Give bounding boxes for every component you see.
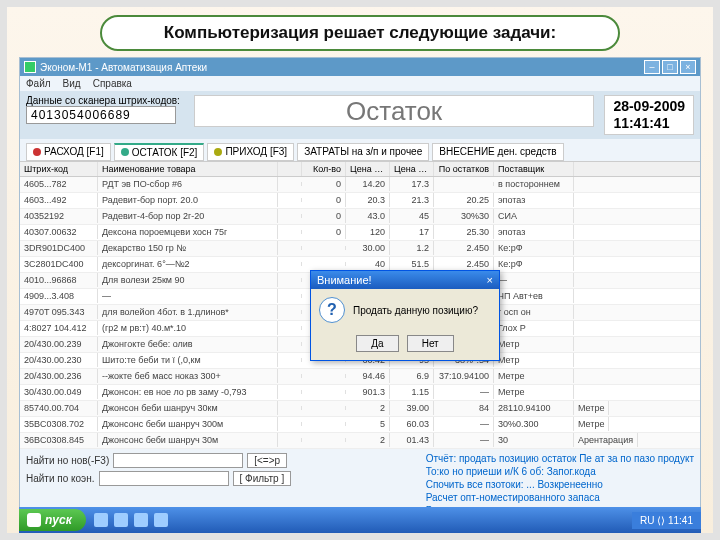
taskbar-icon[interactable]: [114, 513, 128, 527]
menu-item[interactable]: Справка: [93, 78, 132, 89]
menu-item[interactable]: Вид: [63, 78, 81, 89]
app-icon: [24, 61, 36, 73]
tab-dot-icon: [214, 148, 222, 156]
tab[interactable]: РАСХОД [F1]: [26, 143, 111, 161]
barcode-input[interactable]: 4013054006689: [26, 106, 176, 124]
filter-input[interactable]: [113, 453, 243, 468]
close-button[interactable]: ×: [680, 60, 696, 74]
no-button[interactable]: Нет: [407, 335, 454, 352]
column-header[interactable]: Кол-во: [302, 162, 346, 176]
taskbar: пуск RU ⟨⟩ 11:41: [19, 507, 701, 533]
column-header[interactable]: Цена пот.: [346, 162, 390, 176]
column-header[interactable]: Поставщик: [494, 162, 574, 176]
dialog-close-button[interactable]: ×: [487, 274, 493, 286]
tab[interactable]: ОСТАТОК [F2]: [114, 143, 205, 161]
table-row[interactable]: 4605...782РДТ эв ПО-сбор #6014.2017.3в п…: [20, 177, 700, 193]
action-link[interactable]: Расчет опт-номестированного запаса: [426, 492, 694, 503]
datetime-display: 28-09-2009 11:41:41: [604, 95, 694, 135]
table-row[interactable]: 3DR901DC400Декарство 150 гр №30.001.22.4…: [20, 241, 700, 257]
table-row[interactable]: 35BC0308.702Джонсонс беби шанруч 300м560…: [20, 417, 700, 433]
tab[interactable]: ВНЕСЕНИЕ ден. средств: [432, 143, 563, 161]
taskbar-icon[interactable]: [154, 513, 168, 527]
tab-dot-icon: [121, 148, 129, 156]
maximize-button[interactable]: □: [662, 60, 678, 74]
page-title: Компьютеризация решает следующие задачи:: [164, 23, 556, 42]
taskbar-icon[interactable]: [94, 513, 108, 527]
action-link[interactable]: Отчёт: продать позицию остаток Пе ат за …: [426, 453, 694, 464]
table-row[interactable]: 30/430.00.049Джонсон: ев ное ло рв заму …: [20, 385, 700, 401]
table-row[interactable]: 36BC0308.845Джонсонс беби шанруч 30м201.…: [20, 433, 700, 449]
question-icon: ?: [319, 297, 345, 323]
tab-dot-icon: [33, 148, 41, 156]
table-row[interactable]: 4603...492Радевит-бор порт. 20.0020.321.…: [20, 193, 700, 209]
tab[interactable]: ЗАТРАТЫ на з/п и прочее: [297, 143, 429, 161]
filter-label: Найти но нов(-F3): [26, 455, 109, 466]
menubar: Файл Вид Справка: [20, 76, 700, 91]
table-row[interactable]: 20/430.00.236--жокте беб масс ноказ 300+…: [20, 369, 700, 385]
tab[interactable]: ПРИХОД [F3]: [207, 143, 294, 161]
column-header[interactable]: Наименование товара: [98, 162, 278, 176]
scan-label: Данные со сканера штрих-кодов:: [26, 95, 180, 106]
action-link[interactable]: То:ко но приеши и/К 6 об: Запог.кода: [426, 466, 694, 477]
action-link[interactable]: Спочить все пзотоки: ... Возкренеенно: [426, 479, 694, 490]
table-row[interactable]: 85740.00.704Джонсон беби шанруч 30км239.…: [20, 401, 700, 417]
filter-input[interactable]: [99, 471, 229, 486]
start-button[interactable]: пуск: [19, 509, 86, 531]
dialog-message: Продать данную позицию?: [353, 305, 478, 316]
column-header[interactable]: По остатков: [434, 162, 494, 176]
yes-button[interactable]: Да: [356, 335, 398, 352]
table-row[interactable]: 40307.00632Дексона пороемцеви хосн 75г01…: [20, 225, 700, 241]
windows-icon: [27, 513, 41, 527]
table-row[interactable]: 40352192Радевит-4-бор пор 2г-20043.04530…: [20, 209, 700, 225]
menu-item[interactable]: Файл: [26, 78, 51, 89]
taskbar-icon[interactable]: [134, 513, 148, 527]
column-header[interactable]: Цена розн.: [390, 162, 434, 176]
filter-button[interactable]: [ Фильтр ]: [233, 471, 292, 486]
dialog-title: Внимание!: [317, 274, 372, 286]
system-tray[interactable]: RU ⟨⟩ 11:41: [632, 512, 701, 529]
filter-label: Найти по коэн.: [26, 473, 95, 484]
minimize-button[interactable]: –: [644, 60, 660, 74]
confirm-dialog: Внимание! × ? Продать данную позицию? Да…: [310, 270, 500, 361]
tabs: РАСХОД [F1]ОСТАТОК [F2]ПРИХОД [F3]ЗАТРАТ…: [20, 139, 700, 161]
status-display: Остаток: [194, 95, 594, 127]
window-title: Эконом-М1 - Автоматизация Аптеки: [40, 62, 644, 73]
column-header[interactable]: Штрих-код: [20, 162, 98, 176]
window-titlebar: Эконом-М1 - Автоматизация Аптеки – □ ×: [20, 58, 700, 76]
filter-button[interactable]: [<=>р: [247, 453, 287, 468]
column-header[interactable]: [278, 162, 302, 176]
